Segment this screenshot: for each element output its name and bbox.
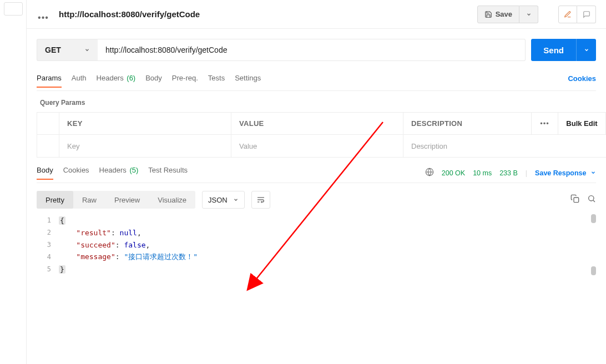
params-row-drag (37, 135, 59, 157)
tab-auth[interactable]: Auth (72, 74, 87, 88)
resp-tab-cookies[interactable]: Cookies (63, 166, 89, 180)
params-key-input[interactable]: Key (59, 135, 231, 157)
tab-prereq[interactable]: Pre-req. (172, 74, 198, 88)
search-button[interactable] (587, 194, 596, 205)
svg-line-6 (593, 200, 595, 202)
svg-point-5 (589, 196, 594, 201)
format-raw[interactable]: Raw (73, 191, 105, 209)
save-button-group: Save (477, 6, 538, 23)
chevron-down-icon (584, 47, 589, 53)
params-value-input[interactable]: Value (231, 135, 403, 157)
format-preview[interactable]: Preview (105, 191, 149, 209)
comment-button[interactable] (577, 6, 596, 23)
chevron-down-icon (526, 12, 532, 17)
language-select[interactable]: JSON (202, 191, 245, 209)
url-row: GET Send (37, 39, 596, 61)
tab-tests[interactable]: Tests (208, 74, 225, 88)
url-input[interactable] (98, 39, 526, 61)
resp-tab-body[interactable]: Body (37, 166, 53, 180)
params-th-key: KEY (59, 113, 231, 134)
response-format-row: Pretty Raw Preview Visualize JSON (37, 191, 596, 209)
resp-tab-tests[interactable]: Test Results (148, 166, 188, 180)
collapsed-tab[interactable] (4, 2, 23, 16)
method-value: GET (45, 46, 61, 54)
save-dropdown-button[interactable] (519, 6, 538, 23)
chevron-down-icon (590, 170, 596, 175)
send-dropdown-button[interactable] (576, 39, 596, 61)
json-close-brace: } (59, 265, 65, 274)
json-val-result: null (120, 229, 137, 237)
globe-icon[interactable] (425, 168, 434, 178)
request-tabs: Params Auth Headers (6) Body Pre-req. Te… (37, 71, 596, 91)
overflow-menu[interactable]: ••• (30, 7, 57, 29)
format-pretty[interactable]: Pretty (37, 191, 73, 209)
response-actions (570, 194, 596, 205)
bulk-edit-button[interactable]: Bulk Edit (558, 113, 606, 134)
svg-rect-4 (574, 198, 579, 203)
chevron-down-icon (84, 47, 90, 53)
save-response-label: Save Response (535, 169, 586, 177)
chevron-down-icon (233, 197, 239, 203)
request-title: http://localhost:8080/verify/getCode (59, 9, 471, 19)
response-time: 10 ms (473, 169, 492, 177)
save-icon (484, 11, 492, 18)
comment-icon (583, 11, 590, 18)
tab-settings[interactable]: Settings (235, 74, 261, 88)
scrollbar-thumb[interactable] (591, 266, 596, 275)
edit-button[interactable] (558, 6, 577, 23)
view-button-group (558, 6, 596, 23)
copy-icon (570, 194, 579, 203)
params-th-desc: DESCRIPTION (403, 113, 532, 134)
tab-headers-label: Headers (97, 74, 124, 82)
tab-body[interactable]: Body (145, 74, 162, 88)
cookies-link[interactable]: Cookies (568, 74, 596, 87)
json-key-result: "result" (76, 229, 111, 237)
response-tabs: Body Cookies Headers (5) Test Results 20… (37, 163, 596, 183)
language-value: JSON (208, 196, 228, 204)
json-open-brace: { (59, 216, 65, 225)
response-status-area: 200 OK 10 ms 233 B | Save Response (425, 168, 596, 178)
params-table: KEY VALUE DESCRIPTION ••• Bulk Edit Key … (37, 112, 606, 158)
tab-headers-count: (6) (127, 74, 135, 82)
save-response-button[interactable]: Save Response (535, 169, 596, 177)
scrollbar-thumb[interactable] (591, 214, 596, 223)
title-bar: http://localhost:8080/verify/getCode Sav… (27, 0, 606, 29)
format-visualize[interactable]: Visualize (149, 191, 195, 209)
params-column-options[interactable]: ••• (532, 113, 558, 134)
wrap-lines-button[interactable] (251, 191, 270, 209)
search-icon (587, 194, 596, 203)
save-button-label: Save (496, 10, 512, 18)
tab-headers[interactable]: Headers (6) (97, 74, 136, 88)
pencil-icon (564, 11, 572, 18)
tab-params[interactable]: Params (37, 74, 62, 88)
wrap-icon (256, 195, 265, 204)
query-params-heading: Query Params (40, 99, 596, 107)
resp-tab-headers-count: (5) (129, 166, 138, 174)
params-drag-col (37, 113, 59, 134)
response-size: 233 B (499, 169, 518, 177)
json-key-message: "message" (76, 252, 115, 261)
response-status: 200 OK (442, 169, 465, 177)
json-key-succeed: "succeed" (76, 241, 115, 249)
method-select[interactable]: GET (37, 39, 98, 61)
resp-tab-headers[interactable]: Headers (5) (99, 166, 139, 180)
response-body[interactable]: 1{ 2 "result": null, 3 "succeed": false,… (37, 214, 596, 275)
params-desc-input[interactable]: Description (403, 135, 606, 157)
copy-button[interactable] (570, 194, 579, 205)
json-val-message: "接口请求超过次数！" (124, 252, 198, 261)
format-seg-group: Pretty Raw Preview Visualize (37, 191, 195, 209)
sidebar-rail (0, 0, 27, 364)
save-button[interactable]: Save (477, 6, 519, 23)
send-button[interactable]: Send (531, 39, 576, 61)
json-val-succeed: false (124, 241, 145, 249)
params-th-value: VALUE (231, 113, 403, 134)
send-button-group: Send (531, 39, 596, 61)
resp-tab-headers-label: Headers (99, 166, 127, 174)
